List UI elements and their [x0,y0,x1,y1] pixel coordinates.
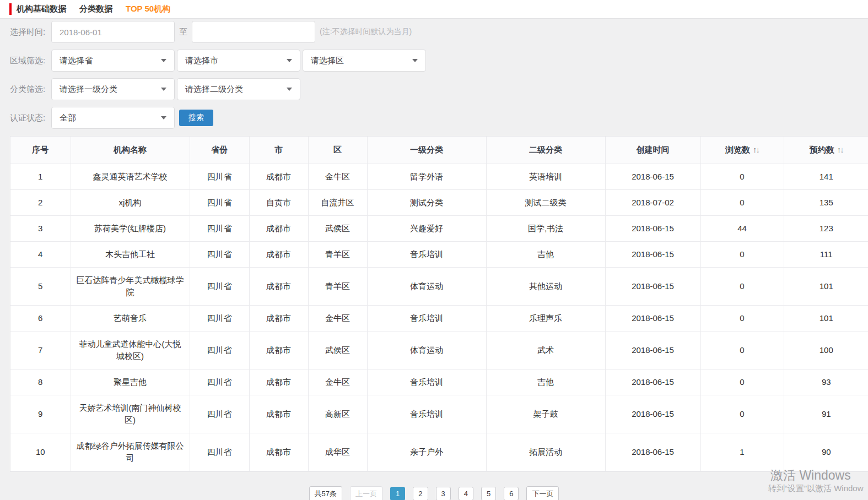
table-cell: 成都市 [249,164,308,189]
table-cell: 0 [700,331,784,369]
table-cell: 2 [10,189,71,215]
table-header-row: 序号机构名称省份市区一级分类二级分类创建时间浏览数↑↓预约数↑↓ [10,137,868,164]
table-cell: 音乐培训 [367,305,486,331]
table-cell: 101 [784,267,868,305]
sort-icon[interactable]: ↑↓ [753,144,759,156]
column-header[interactable]: 浏览数↑↓ [700,137,784,164]
region-filter-label: 区域筛选: [10,56,51,66]
table-cell: 成都市 [249,433,308,471]
table-row: 3苏荷美学(红牌楼店)四川省成都市武侯区兴趣爱好国学,书法2018-06-154… [10,215,868,241]
table-row: 9天娇艺术培训(南门神仙树校区)四川省成都市高新区音乐培训架子鼓2018-06-… [10,395,868,433]
table-cell: 四川省 [190,164,249,189]
table-cell: 2018-06-15 [605,395,700,433]
table-cell: 天娇艺术培训(南门神仙树校区) [71,395,190,433]
table-cell: 鑫灵通英语艺术学校 [71,164,190,189]
table-cell: 2018-06-15 [605,433,700,471]
column-header: 创建时间 [605,137,700,164]
table-cell: 四川省 [190,395,249,433]
table-cell: 2018-06-15 [605,215,700,241]
table-cell: 高新区 [308,395,367,433]
district-select[interactable]: 请选择区 [303,50,426,72]
level2-category-select[interactable]: 请选择二级分类 [177,78,300,100]
table-cell: 武侯区 [308,215,367,241]
table-cell: 巨石达阵青少年美式橄榄球学院 [71,267,190,305]
table-cell: 1 [700,433,784,471]
chevron-down-icon [412,59,418,62]
cert-status-select[interactable]: 全部 [51,107,175,129]
column-header: 省份 [190,137,249,164]
table-row: 1鑫灵通英语艺术学校四川省成都市金牛区留学外语英语培训2018-06-15014… [10,164,868,189]
province-select[interactable]: 请选择省 [51,50,175,72]
city-select[interactable]: 请选择市 [177,50,300,72]
table-cell: 93 [784,369,868,395]
table-cell: 2018-06-15 [605,267,700,305]
footer: 共57条 上一页 123456 下一页 [0,472,868,500]
page-button-6[interactable]: 6 [504,487,519,500]
table-cell: 四川省 [190,215,249,241]
table-cell: 100 [784,331,868,369]
level1-category-select[interactable]: 请选择一级分类 [51,78,175,100]
date-from-input[interactable] [51,21,175,43]
search-button[interactable]: 搜索 [179,110,213,126]
table-row: 2xj机构四川省自贡市自流井区测试分类测试二级类2018-07-020135 [10,189,868,215]
table-cell: 四川省 [190,331,249,369]
table-cell: 四川省 [190,267,249,305]
table-cell: 留学外语 [367,164,486,189]
filter-row-region: 区域筛选: 请选择省 请选择市 请选择区 [10,50,868,72]
table-cell: 青羊区 [308,267,367,305]
date-to-input[interactable] [192,21,315,43]
table-cell: 英语培训 [486,164,605,189]
table-cell: 木头吉他工社 [71,241,190,267]
tab-org-base-data[interactable]: 机构基础数据 [17,4,66,14]
table-cell: 0 [700,369,784,395]
table-cell: 4 [10,241,71,267]
page-button-2[interactable]: 2 [413,487,428,500]
next-page-button[interactable]: 下一页 [526,486,559,500]
table-cell: 3 [10,215,71,241]
filter-row-category: 分类筛选: 请选择一级分类 请选择二级分类 [10,78,868,100]
table-cell: 成都市 [249,215,308,241]
page-button-1[interactable]: 1 [390,487,405,500]
table-row: 8聚星吉他四川省成都市金牛区音乐培训吉他2018-06-15093 [10,369,868,395]
table-cell: 0 [700,267,784,305]
column-header: 序号 [10,137,71,164]
table-cell: 44 [700,215,784,241]
table-cell: 测试分类 [367,189,486,215]
table-cell: 0 [700,395,784,433]
table-cell: 成都市 [249,395,308,433]
tab-bar: 机构基础数据 分类数据 TOP 50机构 [0,0,868,19]
table-cell: 2018-06-15 [605,331,700,369]
table-cell: 91 [784,395,868,433]
tab-top50-orgs[interactable]: TOP 50机构 [126,4,170,14]
table-cell: 亲子户外 [367,433,486,471]
table-cell: 武侯区 [308,331,367,369]
table-cell: 成都市 [249,369,308,395]
table-cell: 111 [784,241,868,267]
district-select-value: 请选择区 [311,56,344,66]
page-button-3[interactable]: 3 [436,487,451,500]
table-cell: 聚星吉他 [71,369,190,395]
table-cell: 0 [700,164,784,189]
page-button-4[interactable]: 4 [459,487,473,500]
sort-icon[interactable]: ↑↓ [837,144,843,156]
table-cell: 艺萌音乐 [71,305,190,331]
table-cell: 101 [784,305,868,331]
table-cell: 金牛区 [308,305,367,331]
tab-category-data[interactable]: 分类数据 [79,4,112,14]
table-row: 5巨石达阵青少年美式橄榄球学院四川省成都市青羊区体育运动其他运动2018-06-… [10,267,868,305]
prev-page-button[interactable]: 上一页 [350,486,382,500]
table-cell: 架子鼓 [486,395,605,433]
table-cell: 乐理声乐 [486,305,605,331]
cert-status-label: 认证状态: [10,113,51,123]
column-header[interactable]: 预约数↑↓ [784,137,868,164]
table-cell: xj机构 [71,189,190,215]
table-cell: 音乐培训 [367,241,486,267]
table-cell: 2018-06-15 [605,241,700,267]
table-cell: 吉他 [486,369,605,395]
page-button-5[interactable]: 5 [481,487,496,500]
table-cell: 1 [10,164,71,189]
table-cell: 四川省 [190,433,249,471]
table-cell: 武术 [486,331,605,369]
level1-category-value: 请选择一级分类 [60,84,117,95]
total-count-badge: 共57条 [309,486,342,500]
